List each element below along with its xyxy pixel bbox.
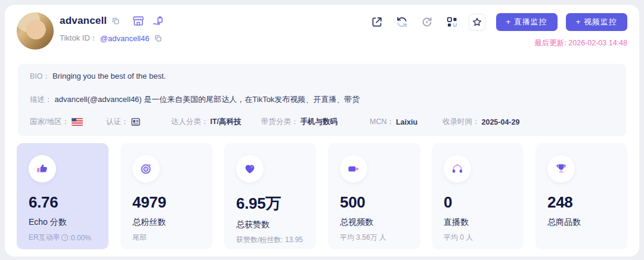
video-camera-icon — [340, 155, 367, 182]
stat-value: 0 — [444, 193, 512, 212]
meta-label: MCN： — [370, 117, 394, 127]
last-update-timestamp: 最后更新: 2026-02-03 14:48 — [534, 38, 627, 48]
refresh-icon[interactable] — [394, 14, 410, 30]
bio-text: Bringing you the best of the best. — [52, 72, 166, 81]
stat-sublabel: 平均 3.56万 人 — [340, 233, 408, 243]
meta-value: IT/高科技 — [210, 117, 242, 127]
meta-label: 达人分类： — [171, 117, 209, 127]
stat-value: 6.95万 — [236, 193, 304, 214]
stat-value: 500 — [340, 193, 408, 212]
stat-label: 总视频数 — [340, 217, 408, 228]
stat-sublabel: 获赞数/粉丝数: 13.95 — [236, 235, 304, 245]
stat-value: 248 — [547, 193, 615, 212]
copy-name-icon[interactable] — [112, 17, 120, 25]
id-badge-icon — [131, 117, 140, 126]
meta-item-1: 认证： — [106, 117, 140, 127]
meta-label: 国家/地区： — [30, 117, 69, 127]
stat-card-3[interactable]: 500总视频数平均 3.56万 人 — [328, 143, 420, 249]
stat-card-1[interactable]: 4979总粉丝数尾部 — [120, 143, 212, 249]
meta-label: 认证： — [106, 117, 129, 127]
stat-label: 总商品数 — [547, 217, 615, 228]
stat-label: Echo 分数 — [29, 217, 97, 228]
creator-badges — [132, 14, 165, 27]
profile-meta-row: 国家/地区：认证：达人分类：IT/高科技带货分类：手机与数码MCN：Laixiu… — [30, 117, 614, 128]
thumbs-up-icon — [29, 155, 56, 182]
heart-icon — [236, 155, 264, 182]
favorite-star-icon[interactable] — [469, 14, 485, 30]
stat-value: 6.76 — [29, 193, 97, 212]
description-text: advancell(@advancell46) 是一位来自美国的尾部达人，在Ti… — [55, 94, 360, 105]
trophy-icon — [547, 155, 575, 182]
profile-info-panel: BIO： Bringing you the best of the best. … — [18, 64, 626, 136]
stat-sublabel: 尾部 — [132, 233, 200, 243]
meta-label: 带货分类： — [261, 117, 299, 127]
stat-label: 总粉丝数 — [132, 217, 200, 228]
live-headphones-icon — [444, 155, 471, 182]
components-icon[interactable] — [444, 14, 460, 30]
header-actions: + 直播监控 + 视频监控 — [369, 13, 627, 31]
stat-card-2[interactable]: 6.95万总获赞数获赞数/粉丝数: 13.95 — [224, 143, 316, 249]
bio-label: BIO： — [30, 72, 50, 82]
copy-tiktok-id-icon[interactable] — [154, 34, 162, 42]
meta-item-0: 国家/地区： — [30, 117, 83, 127]
live-monitor-button[interactable]: + 直播监控 — [496, 13, 558, 31]
stat-value: 4979 — [132, 193, 200, 212]
meta-value: 2025-04-29 — [482, 118, 520, 126]
stat-label: 直播数 — [444, 217, 512, 228]
creator-name: advancell — [60, 15, 107, 27]
stat-card-0[interactable]: 6.76Echo 分数ER互动率?:0.00% — [17, 143, 109, 249]
bag-in-hand-icon[interactable] — [151, 14, 165, 27]
avatar[interactable] — [17, 13, 54, 49]
identity-block: advancell Tiktok ID： @advancell46 — [60, 14, 165, 44]
meta-item-4: MCN：Laixiu — [370, 117, 417, 127]
shop-icon[interactable] — [132, 14, 145, 27]
meta-item-3: 带货分类：手机与数码 — [261, 117, 338, 127]
meta-value: Laixiu — [396, 118, 417, 126]
us-flag-icon — [72, 118, 83, 126]
creator-profile-card: advancell Tiktok ID： @advancell46 + 直播监控… — [5, 5, 639, 256]
stat-sublabel: 平均 0 人 — [444, 233, 512, 243]
stat-sublabel: ER互动率?:0.00% — [29, 233, 97, 243]
tiktok-id-label: Tiktok ID： — [60, 33, 98, 44]
svg-text:?: ? — [63, 235, 66, 240]
tiktok-id-value[interactable]: @advancell46 — [100, 34, 150, 43]
stat-label: 总获赞数 — [236, 219, 304, 230]
meta-value: 手机与数码 — [301, 117, 338, 127]
stat-card-4[interactable]: 0直播数平均 0 人 — [432, 143, 524, 249]
meta-item-2: 达人分类：IT/高科技 — [171, 117, 242, 127]
stat-card-5[interactable]: 248总商品数 — [535, 143, 627, 249]
meta-item-5: 收录时间：2025-04-29 — [442, 117, 519, 127]
help-icon[interactable]: ? — [60, 234, 69, 242]
meta-label: 收录时间： — [442, 117, 480, 127]
open-external-icon[interactable] — [369, 14, 385, 30]
stats-row: 6.76Echo 分数ER互动率?:0.00%4979总粉丝数尾部6.95万总获… — [17, 143, 627, 249]
description-label: 描述： — [30, 95, 52, 105]
target-icon — [132, 155, 160, 182]
history-icon[interactable] — [419, 14, 435, 30]
video-monitor-button[interactable]: + 视频监控 — [566, 13, 627, 31]
